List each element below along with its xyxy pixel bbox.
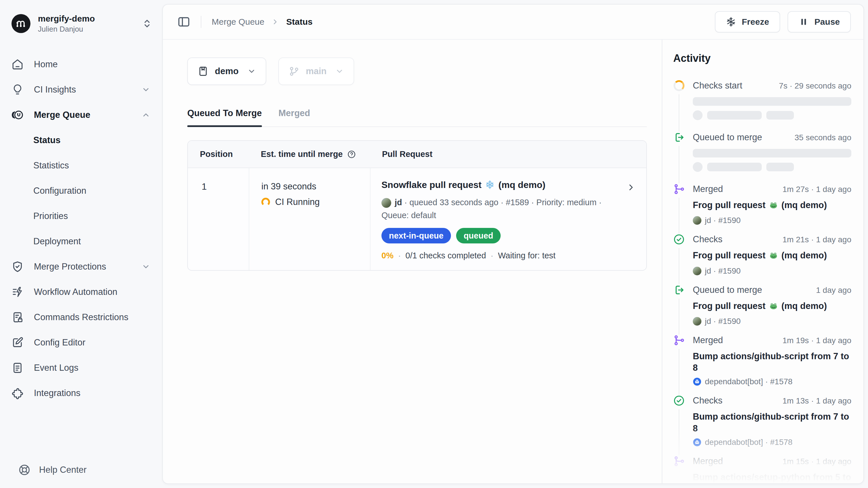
activity-pr-title[interactable]: Bump actions/github-script from 7 to 8 — [693, 411, 851, 434]
activity-event-time: 1m 19s · 1 day ago — [782, 336, 851, 345]
activity-event-time: 1m 21s · 1 day ago — [782, 235, 851, 244]
sidebar-item-deployment[interactable]: Deployment — [0, 229, 162, 254]
pr-author: jd — [395, 198, 402, 207]
queued-to-merge-icon — [673, 284, 685, 296]
tab-merged[interactable]: Merged — [279, 108, 310, 126]
square-pen-icon — [11, 337, 24, 349]
sidebar-item-home[interactable]: Home — [0, 52, 162, 77]
label-badge-queued[interactable]: queued — [456, 228, 501, 243]
column-eta: Est. time until merge — [261, 149, 343, 159]
jd-avatar — [693, 216, 702, 225]
help-circle-icon[interactable] — [347, 150, 356, 159]
activity-item: Merged1m 27s · 1 day agoFrog pull reques… — [673, 183, 851, 234]
git-branch-icon — [289, 66, 300, 77]
org-owner: Julien Danjou — [38, 25, 95, 34]
frog-emoji — [769, 251, 778, 263]
skeleton-bar — [766, 111, 794, 120]
sidebar-item-label: Merge Queue — [34, 110, 90, 120]
pr-title[interactable]: Snowflake pull request (mq demo) — [381, 179, 618, 193]
timeline-connector — [679, 248, 679, 284]
activity-event-time: 1m 15s · 1 day ago — [782, 457, 851, 466]
activity-event-label: Merged — [693, 184, 778, 194]
activity-pr-meta[interactable]: dependabot[bot] · #1578 — [693, 438, 851, 447]
sidebar-item-integrations[interactable]: Integrations — [0, 380, 162, 406]
queue-row[interactable]: 1 in 39 seconds CI Running Snowflake pul… — [188, 168, 646, 270]
sidebar-item-merge-protections[interactable]: Merge Protections — [0, 254, 162, 279]
sidebar-item-statistics[interactable]: Statistics — [0, 153, 162, 178]
activity-item: Checks start7s · 29 seconds ago — [673, 80, 851, 132]
activity-pr-meta[interactable]: jd · #1590 — [693, 317, 851, 326]
tab-queued-to-merge[interactable]: Queued To Merge — [187, 108, 262, 126]
activity-pr-meta[interactable]: dependabot[bot] · #1578 — [693, 377, 851, 386]
activity-pr-author-number: jd · #1590 — [705, 216, 741, 225]
activity-event-label: Checks — [693, 234, 778, 245]
activity-panel: Activity Checks start7s · 29 seconds ago… — [662, 40, 863, 483]
sidebar-item-priorities[interactable]: Priorities — [0, 203, 162, 229]
activity-pr-author-number: jd · #1590 — [705, 266, 741, 276]
sidebar-item-event-logs[interactable]: Event Logs — [0, 355, 162, 380]
pr-labels: next-in-queuequeued — [381, 228, 618, 243]
queued-to-merge-icon — [673, 132, 685, 143]
sidebar-item-config-editor[interactable]: Config Editor — [0, 330, 162, 355]
activity-item: Merged1m 19s · 1 day agoBump actions/git… — [673, 335, 851, 395]
label-badge-next-in-queue[interactable]: next-in-queue — [381, 228, 451, 243]
sidebar-item-configuration[interactable]: Configuration — [0, 178, 162, 203]
activity-item: Checks1m 21s · 1 day agoFrog pull reques… — [673, 234, 851, 284]
help-center-link[interactable]: Help Center — [0, 464, 162, 488]
mergify-logo-icon — [11, 14, 30, 33]
activity-pr-author-number: dependabot[bot] · #1578 — [705, 377, 793, 386]
skeleton-bar — [693, 149, 851, 157]
file-text-icon — [11, 362, 24, 374]
check-circle-icon — [673, 234, 685, 245]
breadcrumb-merge-queue[interactable]: Merge Queue — [212, 17, 264, 27]
sidebar-item-label: Configuration — [33, 186, 86, 196]
org-switcher[interactable]: mergify-demo Julien Danjou — [0, 9, 162, 38]
main-card: Merge Queue Status Freeze — [162, 4, 864, 484]
timeline-connector — [679, 146, 679, 183]
activity-event-label: Checks — [693, 396, 778, 406]
chevrons-up-down-icon — [142, 19, 152, 28]
ci-status: CI Running — [275, 197, 320, 207]
sidebar-item-label: Priorities — [33, 211, 68, 221]
table-header: Position Est. time until merge Pull Requ… — [188, 141, 646, 168]
sidebar-item-merge-queue[interactable]: Merge Queue — [0, 102, 162, 127]
queue-table: Position Est. time until merge Pull Requ… — [187, 140, 647, 271]
snowflake-icon — [726, 17, 736, 27]
sidebar-item-commands-restrictions[interactable]: Commands Restrictions — [0, 305, 162, 330]
sidebar-item-label: Event Logs — [34, 363, 79, 373]
checks-running-spinner-icon — [673, 80, 685, 91]
sidebar-toggle-icon[interactable] — [177, 15, 190, 28]
row-expand-chevron-icon[interactable] — [626, 182, 636, 192]
sidebar-item-ci-insights[interactable]: CI Insights — [0, 77, 162, 102]
jd-avatar — [693, 267, 702, 275]
pause-button[interactable]: Pause — [787, 11, 851, 32]
app: mergify-demo Julien Danjou HomeCI Insigh… — [0, 0, 868, 488]
activity-pr-title[interactable]: Bump actions/setup-python from 5 to 6 — [693, 471, 851, 483]
row-position: 1 — [188, 168, 249, 270]
queue-tabs: Queued To Merge Merged — [187, 108, 647, 127]
activity-item: Checks1m 13s · 1 day agoBump actions/git… — [673, 395, 851, 456]
timeline-connector — [679, 409, 679, 456]
activity-event-label: Queued to merge — [693, 285, 812, 295]
activity-item: Queued to merge35 seconds ago — [673, 132, 851, 183]
activity-event-label: Checks start — [693, 81, 775, 91]
sidebar-item-label: Home — [34, 59, 58, 69]
activity-pr-meta[interactable]: jd · #1590 — [693, 266, 851, 276]
repository-select[interactable]: demo — [187, 57, 266, 85]
activity-pr-title[interactable]: Frog pull request (mq demo) — [693, 199, 851, 212]
activity-pr-meta[interactable]: jd · #1590 — [693, 216, 851, 225]
sidebar-item-workflow-automation[interactable]: Workflow Automation — [0, 279, 162, 305]
freeze-button[interactable]: Freeze — [715, 11, 780, 32]
header-divider — [201, 16, 202, 28]
chevron-down-icon — [142, 85, 150, 94]
activity-pr-author-number: jd · #1590 — [705, 317, 741, 326]
activity-pr-title[interactable]: Frog pull request (mq demo) — [693, 300, 851, 313]
check-circle-icon — [673, 395, 685, 406]
pr-progress: 0% · 0/1 checks completed · Waiting for:… — [381, 251, 618, 260]
activity-pr-title[interactable]: Bump actions/github-script from 7 to 8 — [693, 351, 851, 374]
sidebar-item-status[interactable]: Status — [0, 127, 162, 153]
skeleton-bar — [707, 111, 762, 120]
chevron-right-icon — [271, 18, 279, 26]
puzzle-icon — [11, 387, 24, 399]
activity-pr-title[interactable]: Frog pull request (mq demo) — [693, 250, 851, 263]
